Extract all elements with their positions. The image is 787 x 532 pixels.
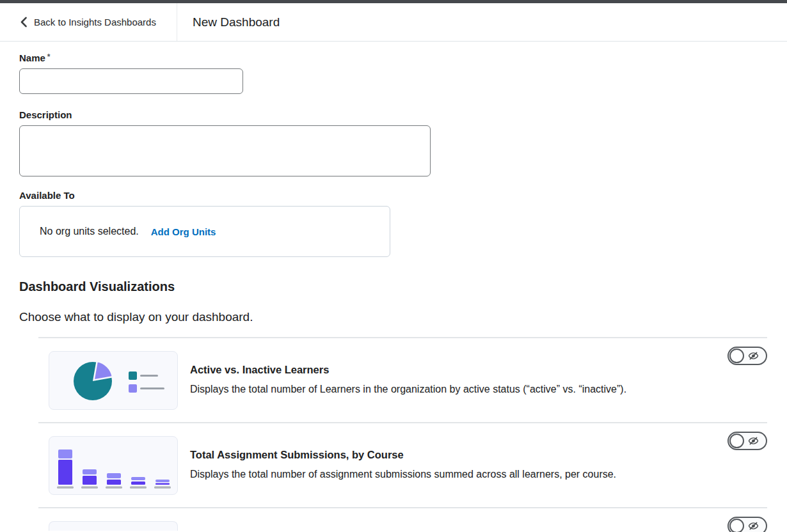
name-input[interactable] [19,68,243,94]
toggle-knob [729,348,744,363]
viz-description: Displays the total number of Learners in… [190,384,626,395]
description-input[interactable] [19,125,431,176]
bar-chart-icon [49,437,178,495]
pie-chart-icon [72,360,114,402]
back-button-label: Back to Insights Dashboards [34,17,156,27]
toggle-knob [729,434,744,448]
page-header: Back to Insights Dashboards New Dashboar… [0,3,787,42]
legend-line [140,387,164,390]
page-title: New Dashboard [177,3,280,41]
pie-legend [129,372,164,393]
visibility-toggle[interactable] [727,432,767,450]
back-button[interactable]: Back to Insights Dashboards [0,3,177,41]
pie-chart-thumbnail [49,351,178,410]
eye-slash-icon [747,435,759,447]
legend-swatch-purple [129,384,137,393]
available-to-box: No org units selected. Add Org Units [19,206,390,257]
visibility-toggle[interactable] [727,517,767,532]
viz-title: Active vs. Inactive Learners [190,364,626,376]
eye-slash-icon [747,350,759,362]
available-to-label: Available To [19,190,767,201]
chart-thumbnail-partial [49,521,178,531]
viz-row-active-vs-inactive: Active vs. Inactive Learners Displays th… [19,337,767,422]
viz-row-partial [19,507,767,532]
chevron-left-icon [20,17,28,27]
no-org-units-text: No org units selected. [40,226,139,237]
visualization-list: Active vs. Inactive Learners Displays th… [19,337,767,532]
viz-row-assignment-submissions: Total Assignment Submissions, by Course … [19,422,767,507]
visibility-toggle[interactable] [727,347,767,365]
name-label: Name* [19,52,767,63]
add-org-units-link[interactable]: Add Org Units [151,226,216,237]
eye-slash-icon [747,520,759,532]
bar-chart-thumbnail [49,436,178,495]
toggle-knob [729,519,744,532]
main-content: Name* Description Available To No org un… [0,52,787,532]
viz-description: Displays the total number of assignment … [190,469,616,480]
viz-title: Total Assignment Submissions, by Course [190,449,616,461]
visualizations-subheading: Choose what to display on your dashboard… [19,310,767,324]
required-asterisk: * [47,52,51,61]
description-label: Description [19,109,767,120]
visualizations-heading: Dashboard Visualizations [19,279,767,294]
legend-swatch-teal [129,372,137,380]
legend-line [140,375,158,377]
